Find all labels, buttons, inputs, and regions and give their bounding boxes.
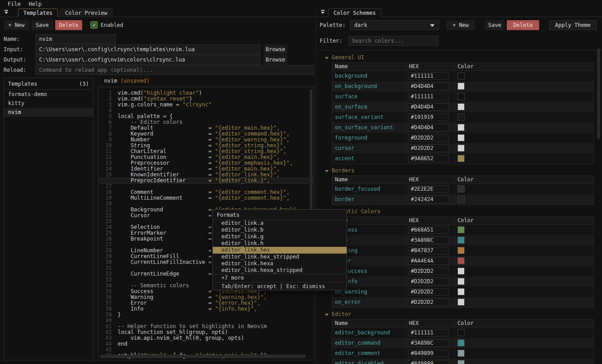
section-header-borders[interactable]: Borders bbox=[325, 168, 597, 174]
color-swatch[interactable] bbox=[457, 360, 465, 364]
apply-theme-button[interactable]: Apply Theme bbox=[549, 20, 597, 30]
hex-input[interactable]: #111111 bbox=[408, 72, 449, 80]
color-swatch[interactable] bbox=[457, 83, 465, 90]
color-swatch[interactable] bbox=[457, 114, 465, 121]
autocomplete-more-item[interactable]: +7 more bbox=[213, 274, 347, 282]
color-swatch[interactable] bbox=[457, 196, 465, 203]
section-header-editor[interactable]: Editor bbox=[325, 311, 597, 317]
filter-label: Filter: bbox=[320, 36, 343, 46]
hex-input[interactable]: #D2D2D2 bbox=[408, 134, 449, 142]
section-collapse-icon[interactable] bbox=[325, 314, 329, 316]
hex-input[interactable]: #3A898C bbox=[408, 339, 449, 347]
color-swatch[interactable] bbox=[457, 145, 465, 152]
color-swatch[interactable] bbox=[457, 185, 465, 193]
new-palette-button[interactable]: + New bbox=[446, 20, 475, 30]
section-collapse-icon[interactable] bbox=[325, 170, 329, 172]
tab-color-preview[interactable]: Color Preview bbox=[60, 9, 113, 17]
color-swatch[interactable] bbox=[457, 257, 465, 264]
name-input[interactable]: nvim bbox=[35, 34, 116, 44]
color-swatch[interactable] bbox=[457, 339, 465, 346]
collapse-panel-icon[interactable] bbox=[4, 9, 9, 15]
section-collapse-icon[interactable] bbox=[325, 57, 329, 59]
template-item-nvim[interactable]: nvim bbox=[4, 108, 93, 117]
autocomplete-item[interactable]: editor_link.g bbox=[213, 233, 347, 240]
color-swatch[interactable] bbox=[457, 226, 465, 233]
form-label-reload: Reload: bbox=[4, 65, 26, 75]
hex-input[interactable]: #191919 bbox=[408, 114, 449, 121]
delete-palette-button[interactable]: Delete bbox=[507, 20, 539, 30]
section-header-semantic-colors[interactable]: Semantic Colors bbox=[325, 209, 597, 215]
hex-input[interactable]: #2E2E2E bbox=[408, 185, 449, 193]
hex-input[interactable]: #D2D2D2 bbox=[408, 298, 449, 306]
color-swatch[interactable] bbox=[457, 278, 465, 285]
color-cell bbox=[454, 297, 593, 307]
table-row: info#3A898C bbox=[332, 235, 593, 246]
hex-input[interactable]: #D2D2D2 bbox=[408, 278, 449, 285]
color-swatch[interactable] bbox=[457, 103, 465, 110]
autocomplete-item[interactable]: editor_link.hex_stripped bbox=[213, 254, 347, 260]
input-input[interactable]: C:\Users\user\.config\clrsync\templates\… bbox=[35, 44, 260, 54]
color-swatch[interactable] bbox=[457, 93, 465, 100]
section-header-general-ui[interactable]: General UI bbox=[325, 55, 597, 61]
template-item-kitty[interactable]: kitty bbox=[4, 99, 93, 108]
color-swatch[interactable] bbox=[457, 298, 465, 306]
column-header-color: Color bbox=[454, 217, 593, 224]
color-swatch[interactable] bbox=[457, 124, 465, 131]
palette-select[interactable]: dark bbox=[350, 20, 439, 30]
autocomplete-item[interactable]: editor_link.a bbox=[213, 220, 347, 227]
hex-input[interactable]: #AA4E4A bbox=[408, 257, 449, 265]
collapse-panel-icon[interactable] bbox=[320, 9, 325, 15]
hex-input[interactable]: #111111 bbox=[408, 93, 449, 101]
table-row: background#111111 bbox=[332, 71, 593, 81]
hex-input[interactable]: #111111 bbox=[408, 329, 449, 337]
hex-cell: #D2D2D2 bbox=[406, 276, 454, 287]
reload-input[interactable]: Command to reload app (optional)... bbox=[35, 65, 314, 75]
hex-input[interactable]: #849899 bbox=[408, 360, 449, 364]
menu-item-file[interactable]: File bbox=[4, 0, 25, 9]
autocomplete-item[interactable]: editor_link.h bbox=[213, 240, 347, 247]
tab-color-schemes[interactable]: Color Schemes bbox=[328, 9, 381, 17]
color-swatch[interactable] bbox=[457, 237, 465, 244]
color-swatch[interactable] bbox=[457, 134, 465, 141]
template-item-formats-demo[interactable]: formats-demo bbox=[4, 90, 93, 99]
color-swatch[interactable] bbox=[457, 247, 465, 254]
color-cell bbox=[454, 338, 593, 348]
browse-button[interactable]: Browse bbox=[264, 44, 287, 54]
save-template-button[interactable]: Save bbox=[31, 20, 53, 30]
hex-input[interactable]: #D2D2D2 bbox=[408, 145, 449, 152]
browse-button[interactable]: Browse bbox=[264, 55, 287, 65]
color-swatch[interactable] bbox=[457, 329, 465, 336]
color-swatch[interactable] bbox=[457, 268, 465, 275]
hex-input[interactable]: #D4D4D4 bbox=[408, 103, 449, 111]
autocomplete-item[interactable]: editor_link.hexa bbox=[213, 260, 347, 267]
editor-horizontal-scrollbar[interactable] bbox=[100, 355, 306, 358]
hex-cell: #D2D2D2 bbox=[406, 133, 454, 143]
hex-input[interactable]: #D4D4D4 bbox=[408, 83, 449, 90]
hex-input[interactable]: #3A898C bbox=[408, 237, 449, 244]
color-filter-input[interactable]: Search colors... bbox=[348, 36, 438, 46]
save-palette-button[interactable]: Save bbox=[485, 20, 505, 30]
hex-input[interactable]: #B47837 bbox=[408, 247, 449, 254]
hex-input[interactable]: #D4D4D4 bbox=[408, 124, 449, 132]
color-swatch[interactable] bbox=[457, 288, 465, 295]
hex-input[interactable]: #D2D2D2 bbox=[408, 288, 449, 296]
hex-input[interactable]: #849899 bbox=[408, 350, 449, 357]
output-input[interactable]: C:\Users\user\.config\nvim\colors\clrsyn… bbox=[35, 55, 260, 65]
tab-templates[interactable]: Templates bbox=[18, 9, 58, 17]
menu-item-help[interactable]: Help bbox=[25, 0, 46, 9]
delete-template-button[interactable]: Delete bbox=[55, 20, 82, 30]
color-swatch[interactable] bbox=[457, 155, 465, 162]
new-template-button[interactable]: + New bbox=[4, 20, 29, 30]
hex-input[interactable]: #242424 bbox=[408, 196, 449, 203]
hex-input[interactable]: #668A51 bbox=[408, 226, 449, 234]
autocomplete-item-selected[interactable]: editor_link.hex bbox=[213, 247, 347, 254]
enabled-checkbox[interactable]: ✓ bbox=[90, 21, 98, 29]
color-swatch[interactable] bbox=[457, 350, 465, 357]
editor-unsaved-badge: (unsaved) bbox=[120, 78, 149, 84]
right-panel-scrollbar[interactable] bbox=[597, 48, 600, 139]
autocomplete-item[interactable]: editor_link.b bbox=[213, 227, 347, 233]
autocomplete-item[interactable]: editor_link.hexa_stripped bbox=[213, 267, 347, 274]
color-swatch[interactable] bbox=[457, 72, 465, 79]
hex-input[interactable]: #D2D2D2 bbox=[408, 268, 449, 275]
hex-input[interactable]: #9A8652 bbox=[408, 155, 449, 162]
